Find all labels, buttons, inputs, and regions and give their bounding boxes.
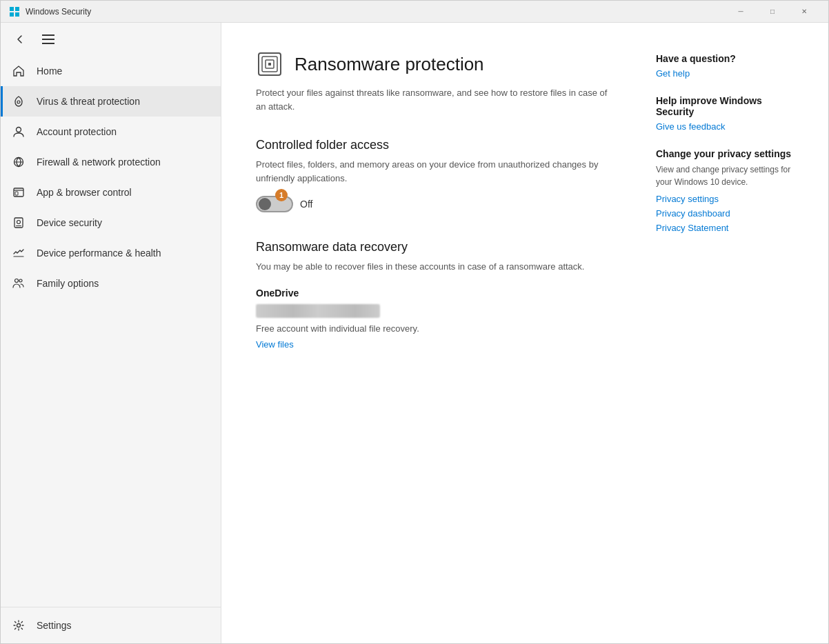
titlebar: Windows Security ─ □ ✕ xyxy=(1,1,828,23)
privacy-title: Change your privacy settings xyxy=(656,148,794,159)
sidebar-item-device-health[interactable]: Device performance & health xyxy=(1,238,221,268)
privacy-statement-link[interactable]: Privacy Statement xyxy=(656,223,794,233)
page-title: Ransomware protection xyxy=(294,54,484,75)
nav-items: Home Virus & threat protection xyxy=(1,56,221,607)
firewall-icon xyxy=(12,155,26,169)
sidebar-item-label: Device performance & health xyxy=(37,248,161,259)
svg-point-14 xyxy=(17,624,21,627)
onedrive-info: Free account with individual file recove… xyxy=(256,323,615,334)
app-window: Windows Security ─ □ ✕ xyxy=(0,0,829,644)
svg-point-11 xyxy=(17,221,21,224)
right-panel: Have a question? Get help Help improve W… xyxy=(656,50,794,616)
data-recovery-desc: You may be able to recover files in thes… xyxy=(256,260,615,274)
window-title: Windows Security xyxy=(26,7,725,17)
sidebar-item-label: Family options xyxy=(37,278,99,289)
svg-rect-0 xyxy=(10,7,14,11)
page-header: Ransomware protection xyxy=(256,50,615,78)
device-health-icon xyxy=(12,246,26,260)
device-security-icon xyxy=(12,216,26,230)
onedrive-label: OneDrive xyxy=(256,288,615,299)
back-button[interactable] xyxy=(9,28,31,50)
controlled-folder-title: Controlled folder access xyxy=(256,138,615,152)
help-title: Have a question? xyxy=(656,53,794,64)
privacy-dashboard-link[interactable]: Privacy dashboard xyxy=(656,208,794,219)
minimize-button[interactable]: ─ xyxy=(725,1,757,23)
svg-rect-3 xyxy=(15,12,19,17)
content-area: Ransomware protection Protect your files… xyxy=(221,23,828,643)
svg-rect-8 xyxy=(15,192,18,195)
onedrive-avatar xyxy=(256,304,380,318)
maximize-button[interactable]: □ xyxy=(757,1,788,23)
settings-label: Settings xyxy=(37,620,72,631)
sidebar-bottom: Settings xyxy=(1,607,221,643)
sidebar-item-home[interactable]: Home xyxy=(1,56,221,86)
sidebar: Home Virus & threat protection xyxy=(1,23,221,643)
sidebar-item-account[interactable]: Account protection xyxy=(1,117,221,147)
account-icon xyxy=(12,125,26,139)
sidebar-item-label: Virus & threat protection xyxy=(37,96,140,107)
privacy-desc: View and change privacy settings for you… xyxy=(656,163,794,188)
svg-rect-10 xyxy=(16,225,21,226)
svg-point-5 xyxy=(17,128,21,132)
sidebar-item-label: Home xyxy=(37,66,62,77)
svg-point-13 xyxy=(19,279,22,282)
settings-icon xyxy=(12,618,26,632)
toggle-knob xyxy=(259,198,271,210)
menu-button[interactable] xyxy=(39,32,57,47)
sidebar-top xyxy=(1,23,221,56)
app-icon xyxy=(9,6,20,17)
settings-nav-item[interactable]: Settings xyxy=(1,610,221,641)
main-content: Ransomware protection Protect your files… xyxy=(256,50,615,616)
svg-rect-18 xyxy=(268,63,271,66)
sidebar-item-family[interactable]: Family options xyxy=(1,268,221,299)
improve-title: Help improve Windows Security xyxy=(656,95,794,117)
sidebar-item-label: App & browser control xyxy=(37,187,132,198)
app-body: Home Virus & threat protection xyxy=(1,23,828,643)
home-icon xyxy=(12,64,26,78)
close-button[interactable]: ✕ xyxy=(788,1,820,23)
svg-point-4 xyxy=(17,101,20,103)
privacy-settings-link[interactable]: Privacy settings xyxy=(656,194,794,204)
sidebar-item-app-browser[interactable]: App & browser control xyxy=(1,177,221,208)
data-recovery-title: Ransomware data recovery xyxy=(256,240,615,254)
app-browser-icon xyxy=(12,185,26,199)
toggle-label: Off xyxy=(300,199,312,210)
page-icon xyxy=(256,50,283,78)
controlled-folder-desc: Protect files, folders, and memory areas… xyxy=(256,158,615,185)
get-help-link[interactable]: Get help xyxy=(656,68,794,79)
page-subtitle: Protect your files against threats like … xyxy=(256,86,615,113)
sidebar-item-device-security[interactable]: Device security xyxy=(1,208,221,238)
toggle-switch[interactable] xyxy=(256,196,293,212)
family-icon xyxy=(12,276,26,290)
sidebar-item-firewall[interactable]: Firewall & network protection xyxy=(1,147,221,177)
svg-point-12 xyxy=(15,279,19,283)
svg-rect-1 xyxy=(15,7,19,11)
sidebar-item-virus[interactable]: Virus & threat protection xyxy=(1,86,221,117)
feedback-link[interactable]: Give us feedback xyxy=(656,121,794,132)
sidebar-item-label: Account protection xyxy=(37,126,117,137)
window-controls: ─ □ ✕ xyxy=(725,1,820,23)
svg-rect-2 xyxy=(10,12,14,17)
sidebar-item-label: Firewall & network protection xyxy=(37,157,161,168)
view-files-link[interactable]: View files xyxy=(256,339,294,350)
virus-icon xyxy=(12,94,26,108)
toggle-badge: 1 xyxy=(275,189,288,201)
sidebar-item-label: Device security xyxy=(37,217,102,228)
toggle-container: 1 Off xyxy=(256,196,615,212)
